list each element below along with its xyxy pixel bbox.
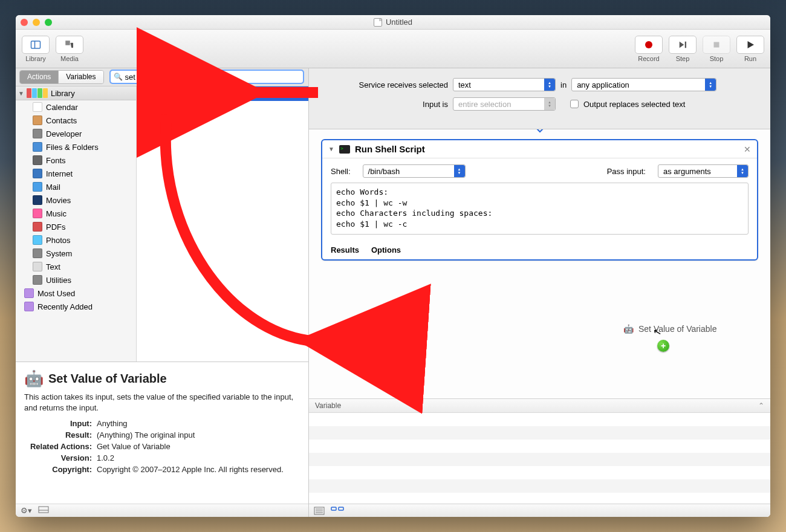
smart-folder-icon <box>24 288 34 298</box>
description-footer: ⚙︎▾ <box>16 504 308 517</box>
svg-rect-2 <box>65 41 70 45</box>
config-label-input-is: Input is <box>345 100 448 109</box>
select-input-type[interactable]: text▲▼ <box>453 78 556 91</box>
action-options-tab[interactable]: Options <box>371 245 401 255</box>
variables-panel[interactable]: Variable ⌃ <box>309 398 770 504</box>
automator-action-icon: 🤖 <box>24 369 44 388</box>
zoom-window-button[interactable] <box>45 19 52 26</box>
tree-item[interactable]: Music <box>16 207 136 220</box>
plus-badge-icon: + <box>657 340 669 352</box>
library-tab-row: Actions Variables 🔍 <box>16 68 308 86</box>
smart-folder-item[interactable]: Recently Added <box>16 300 136 313</box>
desc-key: Related Actions: <box>24 442 97 451</box>
category-icon <box>33 222 42 232</box>
library-toggle-button[interactable]: Library <box>22 36 50 62</box>
workflow-view-icon[interactable] <box>331 507 342 515</box>
svg-rect-6 <box>39 507 48 513</box>
category-icon <box>33 209 42 218</box>
search-input[interactable] <box>110 70 304 83</box>
tree-item[interactable]: System <box>16 247 136 260</box>
library-tree[interactable]: ▼ Library CalendarContactsDeveloperFiles… <box>16 86 137 362</box>
svg-rect-4 <box>685 41 686 48</box>
close-window-button[interactable] <box>21 19 28 26</box>
svg-rect-12 <box>331 507 336 510</box>
automator-action-icon: 🤖 <box>141 89 152 99</box>
category-icon <box>33 102 42 112</box>
action-run-shell-script[interactable]: ▼ Run Shell Script ✕ Shell: /bin/bash▲▼ <box>321 139 758 261</box>
category-icon <box>33 169 42 178</box>
smart-folder-item[interactable]: Most Used <box>16 287 136 300</box>
tab-actions[interactable]: Actions <box>20 71 59 83</box>
tree-item[interactable]: Movies <box>16 193 136 207</box>
run-button[interactable]: Run <box>736 36 764 62</box>
select-shell[interactable]: /bin/bash▲▼ <box>363 164 466 178</box>
select-pass-input[interactable]: as arguments▲▼ <box>658 164 749 178</box>
chevron-up-icon[interactable]: ⌃ <box>758 401 764 410</box>
desc-value: 1.0.2 <box>97 453 300 462</box>
canvas-footer <box>309 504 770 517</box>
titlebar: Untitled <box>16 15 770 30</box>
tree-item[interactable]: Developer <box>16 127 136 140</box>
tree-item[interactable]: Internet <box>16 167 136 180</box>
record-button[interactable]: Record <box>635 36 663 62</box>
desc-value: Copyright © 2007–2012 Apple Inc. All rig… <box>97 465 300 474</box>
tree-item[interactable]: Files & Folders <box>16 140 136 154</box>
action-description-pane: 🤖 Set Value of Variable This action take… <box>16 362 308 504</box>
tree-item[interactable]: Calendar <box>16 100 136 114</box>
window-controls <box>21 19 52 26</box>
disclosure-triangle-icon[interactable]: ▼ <box>18 90 24 97</box>
variables-table[interactable] <box>309 413 770 504</box>
config-label-in: in <box>560 80 567 89</box>
close-icon[interactable]: ✕ <box>744 144 751 154</box>
gear-icon[interactable]: ⚙︎▾ <box>21 506 32 515</box>
action-results-tab[interactable]: Results <box>331 245 359 255</box>
media-button[interactable]: Media <box>56 36 83 62</box>
tree-item[interactable]: PDFs <box>16 220 136 233</box>
search-icon: 🔍 <box>114 73 123 81</box>
tree-item[interactable]: Contacts <box>16 114 136 127</box>
desc-key: Input: <box>24 419 97 428</box>
automator-window: Untitled Library Media Record Step <box>16 15 770 517</box>
script-textarea[interactable]: echo Words: echo $1 | wc -w echo Charact… <box>331 183 749 235</box>
category-icon <box>33 182 42 192</box>
result-row-selected[interactable]: 🤖 Set Value of Variable <box>137 86 308 101</box>
category-icon <box>33 235 42 245</box>
service-config-panel: Service receives selected text▲▼ in any … <box>309 68 770 129</box>
desc-key: Result: <box>24 430 97 440</box>
tree-item[interactable]: Mail <box>16 180 136 193</box>
category-icon <box>33 115 42 125</box>
category-icon <box>33 275 42 285</box>
desc-value: Anything <box>97 419 300 428</box>
pass-input-label: Pass input: <box>607 167 646 176</box>
toggle-description-icon[interactable] <box>38 506 49 515</box>
select-input-scope[interactable]: entire selection▲▼ <box>453 97 556 111</box>
document-icon <box>374 18 382 27</box>
shell-label: Shell: <box>331 167 351 176</box>
action-title: Run Shell Script <box>355 144 425 154</box>
log-view-icon[interactable] <box>314 507 325 515</box>
minimize-window-button[interactable] <box>33 19 40 26</box>
tab-variables[interactable]: Variables <box>59 71 103 83</box>
workflow-canvas[interactable]: ▼ Run Shell Script ✕ Shell: /bin/bash▲▼ <box>309 129 770 398</box>
svg-rect-0 <box>31 41 41 48</box>
tree-item[interactable]: Utilities <box>16 273 136 287</box>
category-icon <box>33 195 42 205</box>
smart-folder-icon <box>24 302 34 311</box>
select-application[interactable]: any application▲▼ <box>571 78 716 91</box>
tree-item[interactable]: Text <box>16 260 136 273</box>
tree-item[interactable]: Photos <box>16 233 136 247</box>
category-icon <box>33 155 42 165</box>
step-button[interactable]: Step <box>669 36 697 62</box>
output-replaces-checkbox[interactable] <box>570 100 579 108</box>
stop-button[interactable]: Stop <box>703 36 730 62</box>
category-icon <box>33 248 42 258</box>
tree-item[interactable]: Fonts <box>16 154 136 167</box>
svg-rect-13 <box>339 507 343 510</box>
desc-key: Version: <box>24 453 97 462</box>
search-results-list[interactable]: 🤖 Set Value of Variable <box>137 86 308 362</box>
description-title: Set Value of Variable <box>48 372 167 386</box>
disclosure-triangle-icon[interactable]: ▼ <box>328 146 334 152</box>
svg-rect-5 <box>714 42 719 47</box>
library-header[interactable]: ▼ Library <box>16 86 136 100</box>
window-title: Untitled <box>386 18 412 27</box>
